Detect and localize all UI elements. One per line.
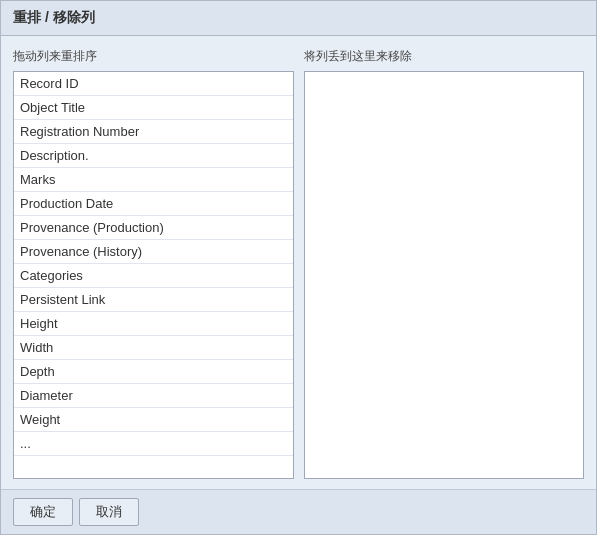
dialog-footer: 确定 取消 bbox=[1, 489, 596, 534]
columns-area: 拖动列来重排序 Record IDObject TitleRegistratio… bbox=[13, 46, 584, 479]
left-column-label: 拖动列来重排序 bbox=[13, 46, 294, 67]
dialog-title: 重排 / 移除列 bbox=[1, 1, 596, 36]
list-item[interactable]: Provenance (History) bbox=[14, 240, 293, 264]
dialog: 重排 / 移除列 拖动列来重排序 Record IDObject TitleRe… bbox=[0, 0, 597, 535]
list-item[interactable]: Object Title bbox=[14, 96, 293, 120]
left-list-container: Record IDObject TitleRegistration Number… bbox=[13, 71, 294, 479]
list-item[interactable]: Height bbox=[14, 312, 293, 336]
list-item[interactable]: Production Date bbox=[14, 192, 293, 216]
list-item[interactable]: ... bbox=[14, 432, 293, 456]
list-item[interactable]: Persistent Link bbox=[14, 288, 293, 312]
left-column: 拖动列来重排序 Record IDObject TitleRegistratio… bbox=[13, 46, 294, 479]
list-item[interactable]: Provenance (Production) bbox=[14, 216, 293, 240]
list-item[interactable]: Description. bbox=[14, 144, 293, 168]
right-column: 将列丢到这里来移除 bbox=[304, 46, 585, 479]
list-item[interactable]: Depth bbox=[14, 360, 293, 384]
list-item[interactable]: Marks bbox=[14, 168, 293, 192]
left-list-scroll[interactable]: Record IDObject TitleRegistration Number… bbox=[14, 72, 293, 478]
list-item[interactable]: Weight bbox=[14, 408, 293, 432]
list-item[interactable]: Record ID bbox=[14, 72, 293, 96]
list-item[interactable]: Registration Number bbox=[14, 120, 293, 144]
right-column-label: 将列丢到这里来移除 bbox=[304, 46, 585, 67]
dialog-body: 拖动列来重排序 Record IDObject TitleRegistratio… bbox=[1, 36, 596, 489]
list-item[interactable]: Categories bbox=[14, 264, 293, 288]
list-item[interactable]: Diameter bbox=[14, 384, 293, 408]
drop-area[interactable] bbox=[304, 71, 585, 479]
cancel-button[interactable]: 取消 bbox=[79, 498, 139, 526]
ok-button[interactable]: 确定 bbox=[13, 498, 73, 526]
list-item[interactable]: Width bbox=[14, 336, 293, 360]
